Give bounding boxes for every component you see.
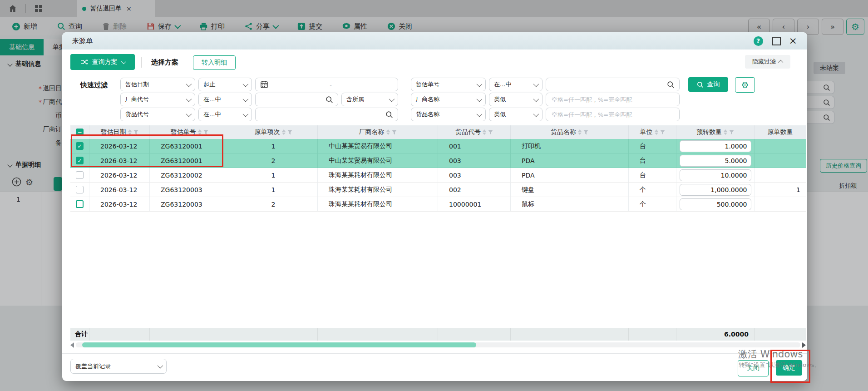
chevron-down-icon <box>186 81 192 87</box>
row-checkbox[interactable]: ✓ <box>76 142 84 150</box>
cell-unit: 个 <box>629 197 676 211</box>
row-checkbox[interactable] <box>76 186 84 193</box>
filter-op-select[interactable]: 起止 <box>198 78 252 91</box>
filter-op-select[interactable]: 类似 <box>489 108 542 121</box>
chevron-down-icon <box>477 81 483 87</box>
qty-input[interactable]: 10.0000 <box>680 169 751 181</box>
filter-op-select[interactable]: 类似 <box>489 93 542 106</box>
row-checkbox[interactable] <box>76 171 84 179</box>
row-checkbox[interactable] <box>76 200 84 208</box>
filter-match-input[interactable] <box>546 93 680 106</box>
filter-field-select[interactable]: 货品名称 <box>411 108 486 121</box>
sort-icon[interactable] <box>578 129 582 135</box>
scroll-right-icon[interactable] <box>802 342 806 348</box>
filter-search-text[interactable] <box>260 96 326 104</box>
column-header[interactable]: 暂估单号 <box>150 125 229 139</box>
filter-search-input[interactable] <box>546 78 680 91</box>
filter-search-text[interactable] <box>551 81 667 89</box>
column-header[interactable]: 原单数量 <box>755 125 806 139</box>
filter-field-select[interactable]: 暂估单号 <box>411 78 486 91</box>
cell-date: 2026-03-12 <box>89 168 150 182</box>
include-sub-select[interactable]: 含所属 <box>341 93 398 106</box>
qty-input[interactable]: 1.0000 <box>680 140 751 152</box>
checkbox-indeterminate[interactable]: − <box>76 129 84 136</box>
sort-icon[interactable] <box>724 129 727 135</box>
filter-search-text[interactable] <box>260 111 385 119</box>
magnifier-icon[interactable] <box>385 111 393 119</box>
filter-funnel-icon[interactable] <box>203 130 208 135</box>
column-header[interactable]: 预转数量 <box>676 125 755 139</box>
scrollbar-track[interactable] <box>76 342 800 347</box>
chevron-down-icon <box>186 111 192 117</box>
filter-field-select[interactable]: 暂估日期 <box>120 78 195 91</box>
filter-match-input[interactable] <box>546 108 680 121</box>
filter-op-select[interactable]: 在...中 <box>198 108 252 121</box>
column-header[interactable]: 原单项次 <box>229 125 318 139</box>
filter-funnel-icon[interactable] <box>660 130 665 135</box>
cell-orig-qty <box>755 197 806 211</box>
sort-icon[interactable] <box>655 129 658 135</box>
filter-funnel-icon[interactable] <box>729 130 734 135</box>
column-header[interactable]: 货品代号 <box>438 125 511 139</box>
sort-icon[interactable] <box>483 129 486 135</box>
cell-orig-qty <box>755 139 806 153</box>
scroll-left-icon[interactable] <box>70 342 74 348</box>
sort-icon[interactable] <box>386 129 390 135</box>
totals-qty: 6.0000 <box>676 328 755 341</box>
to-detail-button[interactable]: 转入明细 <box>193 55 236 70</box>
sort-icon[interactable] <box>128 129 132 135</box>
filter-op-select[interactable]: 在...中 <box>489 78 542 91</box>
hide-filter-button[interactable]: 隐藏过滤 <box>745 55 790 69</box>
cell-qty: 10.0000 <box>676 168 755 182</box>
qty-input[interactable]: 1,000.0000 <box>680 184 751 196</box>
column-header[interactable]: 厂商名称 <box>318 125 438 139</box>
filter-match-text[interactable] <box>551 96 675 104</box>
qty-input[interactable]: 5.0000 <box>680 155 751 167</box>
column-header[interactable]: 货品名称 <box>511 125 629 139</box>
filter-search-input[interactable] <box>255 93 338 106</box>
magnifier-icon[interactable] <box>326 96 333 104</box>
query-plan-button[interactable]: 查询方案 <box>70 54 135 70</box>
filter-funnel-icon[interactable] <box>488 130 493 135</box>
cell-name: 键盘 <box>511 183 629 197</box>
modal-close-icon[interactable]: × <box>789 36 797 46</box>
column-header[interactable]: 单位 <box>629 125 676 139</box>
date-range-input[interactable]: - <box>255 78 398 91</box>
column-header[interactable]: 暂估日期 <box>89 125 150 139</box>
table-row[interactable]: 2026-03-12ZG631200021珠海某某耗材有限公司003PDA台10… <box>70 168 806 183</box>
modal-header[interactable]: 来源单 ? × <box>62 32 807 49</box>
qty-input[interactable]: 500.0000 <box>680 198 751 210</box>
select-plan-label[interactable]: 选择方案 <box>151 58 178 67</box>
filter-funnel-icon[interactable] <box>133 130 138 135</box>
filter-field-select[interactable]: 厂商名称 <box>411 93 486 106</box>
sort-icon[interactable] <box>282 129 286 135</box>
filter-settings-gear-button[interactable]: ⚙ <box>735 77 755 93</box>
filter-field-select[interactable]: 货品代号 <box>120 108 195 121</box>
filter-search-input[interactable] <box>255 108 398 121</box>
cell-orig-qty <box>755 153 806 168</box>
table-row[interactable]: ✓2026-03-12ZG631200011中山某某贸易有限公司001打印机台1… <box>70 139 806 153</box>
filter-funnel-icon[interactable] <box>287 130 292 135</box>
filter-funnel-icon[interactable] <box>583 130 588 135</box>
horizontal-scrollbar[interactable] <box>70 342 806 348</box>
apply-mode-select[interactable]: 覆盖当前记录 <box>70 359 167 374</box>
filter-funnel-icon[interactable] <box>392 130 397 135</box>
cell-orig-qty: 1 <box>755 183 806 197</box>
cell-qty: 500.0000 <box>676 197 755 211</box>
table-row[interactable]: 2026-03-12ZG631200032珠海某某耗材有限公司10000001鼠… <box>70 197 806 212</box>
help-icon[interactable]: ? <box>754 36 763 46</box>
modal-search-button[interactable]: 查询 <box>688 77 728 92</box>
maximize-icon[interactable] <box>772 37 781 45</box>
scrollbar-thumb[interactable] <box>82 342 476 347</box>
select-all-checkbox[interactable]: − <box>70 125 89 139</box>
magnifier-icon[interactable] <box>667 81 675 89</box>
row-checkbox[interactable]: ✓ <box>76 157 84 164</box>
filter-op-select[interactable]: 在...中 <box>198 93 252 106</box>
filter-field-select[interactable]: 厂商代号 <box>120 93 195 106</box>
table-row[interactable]: 2026-03-12ZG631200031珠海某某耗材有限公司002键盘个1,0… <box>70 183 806 197</box>
modal-confirm-button[interactable]: 确定 <box>776 360 802 376</box>
modal-cancel-button[interactable]: 关闭 <box>738 360 769 376</box>
filter-match-text[interactable] <box>551 111 675 119</box>
table-row[interactable]: ✓2026-03-12ZG631200012中山某某贸易有限公司003PDA台5… <box>70 153 806 168</box>
sort-icon[interactable] <box>198 129 202 135</box>
